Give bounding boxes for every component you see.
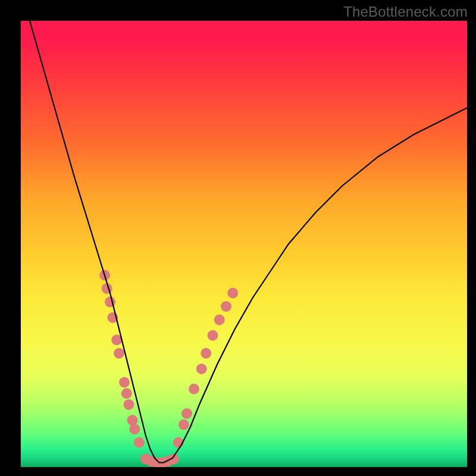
marker-dot (127, 415, 138, 425)
marker-dot (178, 419, 189, 430)
marker-dot (201, 348, 211, 359)
marker-dot (114, 348, 124, 359)
marker-dot (227, 288, 238, 299)
marker-dot (221, 301, 231, 312)
chart-svg (21, 21, 467, 467)
bottleneck-curve (30, 21, 467, 463)
marker-dot (208, 330, 218, 341)
marker-dot (181, 408, 192, 419)
watermark-text: TheBottleneck.com (343, 4, 468, 20)
marker-dot (129, 424, 140, 434)
marker-dot (214, 315, 225, 325)
marker-dot (119, 377, 130, 388)
marker-dot (121, 388, 132, 399)
marker-group (99, 270, 238, 468)
chart-frame: TheBottleneck.com (0, 0, 476, 476)
marker-dot (196, 364, 207, 374)
marker-dot (189, 384, 199, 394)
marker-dot (134, 437, 145, 448)
marker-dot (124, 399, 134, 410)
plot-area (21, 21, 467, 467)
